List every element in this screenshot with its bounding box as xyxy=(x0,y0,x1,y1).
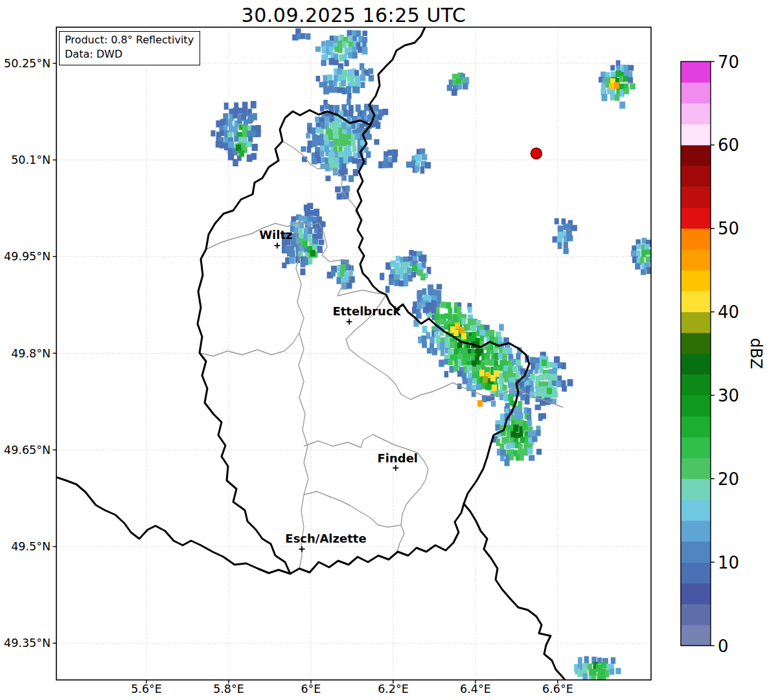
city-label: Wiltz xyxy=(259,228,292,242)
lon-tick-label: 6.6°E xyxy=(542,683,573,695)
echo-west xyxy=(211,101,260,166)
echo-north-stray xyxy=(335,186,350,200)
city-label: Esch/Alzette xyxy=(285,532,366,545)
city-marker-findel xyxy=(393,465,398,471)
echo-top-tiny xyxy=(292,28,310,41)
lon-tick-label: 5.6°E xyxy=(131,683,162,695)
radar-echoes xyxy=(211,28,659,689)
echo-sure-valley xyxy=(380,250,431,293)
radar-figure: 30.09.2025 16:25 UTC Product: 0.8° Refle… xyxy=(0,0,767,700)
city-marker-eschalzette xyxy=(299,547,305,552)
lat-tick-label: 50.1°N xyxy=(11,153,51,166)
colorbar-tick-label: 10 xyxy=(718,553,739,572)
echo-south-edge xyxy=(574,656,621,689)
colorbar-tick-label: 20 xyxy=(718,469,739,489)
figure-title: 30.09.2025 16:25 UTC xyxy=(56,4,651,27)
lat-tick-label: 50.25°N xyxy=(4,57,51,70)
lat-tick-label: 49.8°N xyxy=(11,347,51,360)
lat-tick-label: 49.65°N xyxy=(4,444,51,457)
echo-top-north-a xyxy=(315,30,368,66)
lat-tick-label: 49.95°N xyxy=(4,250,51,263)
district-border-line xyxy=(200,333,299,356)
echo-north-east-small xyxy=(406,148,431,174)
product-info-line1: Product: 0.8° Reflectivity xyxy=(65,33,194,47)
echo-northeast-cell xyxy=(599,60,635,109)
country-border-line xyxy=(56,477,290,574)
lon-tick-label: 5.8°E xyxy=(213,683,244,695)
map-plot: WiltzEttelbruckFindelEsch/Alzette5.6°E5.… xyxy=(0,0,767,700)
lat-tick-label: 49.35°N xyxy=(4,637,51,649)
city-marker-ettelbruck xyxy=(347,319,352,324)
echo-east-edge xyxy=(631,238,659,275)
product-info-line2: Data: DWD xyxy=(65,47,194,62)
lon-tick-label: 6.4°E xyxy=(460,683,491,695)
product-info-box: Product: 0.8° Reflectivity Data: DWD xyxy=(59,31,200,65)
echo-north-gap xyxy=(378,150,398,168)
colorbar-unit-label: dBZ xyxy=(747,338,765,369)
city-marker-wiltz xyxy=(274,243,280,249)
colorbar-tick-label: 40 xyxy=(718,302,739,322)
echo-storm-south xyxy=(492,403,546,466)
district-border-line xyxy=(304,491,401,527)
country-border-line xyxy=(464,504,565,680)
lat-tick-label: 49.5°N xyxy=(11,540,51,553)
colorbar-tick-label: 60 xyxy=(718,135,739,155)
city-label: Ettelbruck xyxy=(332,304,401,318)
city-label: Findel xyxy=(377,451,418,465)
radar-location-dot xyxy=(531,148,542,159)
echo-east-small xyxy=(553,218,577,254)
echo-north-mid xyxy=(316,63,374,99)
lon-tick-label: 6°E xyxy=(301,683,321,695)
colorbar-tick-label: 50 xyxy=(718,219,739,238)
echo-storm-east-lobe xyxy=(516,352,573,410)
lon-tick-label: 6.2°E xyxy=(378,683,409,695)
colorbar-tick-label: 70 xyxy=(718,52,739,72)
echo-ne-small xyxy=(447,73,470,96)
colorbar-tick-label: 0 xyxy=(718,637,729,656)
colorbar-tick-label: 30 xyxy=(718,386,739,405)
colorbar: 010203040506070dBZ xyxy=(681,52,765,656)
